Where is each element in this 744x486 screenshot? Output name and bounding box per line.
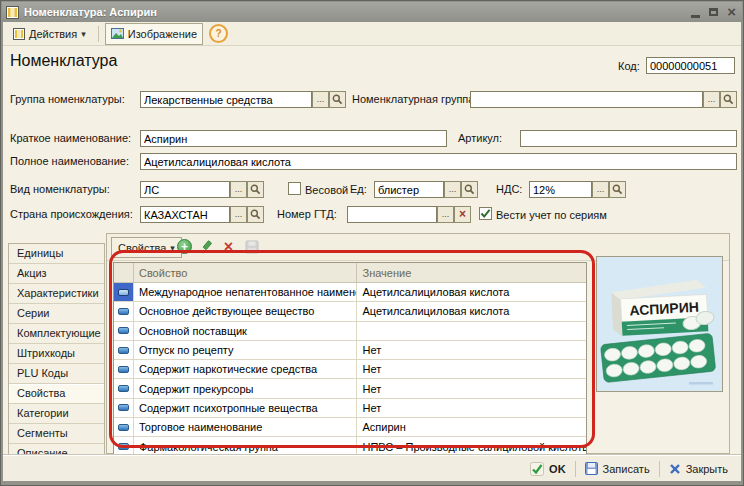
value-cell[interactable]: Аспирин (357, 418, 586, 436)
table-row[interactable]: Содержит наркотические средства Нет (114, 360, 586, 379)
close-button[interactable]: Закрыть (664, 461, 733, 477)
gtd-clear-icon[interactable]: × (454, 206, 471, 223)
help-icon[interactable]: ? (209, 24, 228, 43)
property-cell[interactable]: Торговое наименование (134, 418, 358, 436)
column-header-property[interactable]: Свойство (134, 263, 358, 282)
value-cell[interactable]: НПВС – Производные салициловой кислоты (357, 437, 586, 455)
close-window-icon[interactable]: × (727, 6, 736, 18)
product-image[interactable]: АСПИРИН (596, 256, 723, 392)
value-cell[interactable]: Нет (357, 360, 586, 378)
delete-row-icon[interactable]: × (220, 238, 237, 255)
vat-lookup-button[interactable] (609, 181, 626, 198)
kind-browse-button[interactable]: ... (230, 181, 247, 198)
property-cell[interactable]: Фармакологическая группа (134, 437, 358, 455)
value-cell[interactable]: Ацетилсалициловая кислота (357, 283, 586, 301)
vat-field[interactable] (529, 181, 592, 198)
value-cell[interactable]: Нет (357, 399, 586, 417)
group-browse-button[interactable]: ... (312, 91, 329, 108)
page-title: Номенклатура (10, 52, 117, 70)
add-row-icon[interactable]: + (177, 239, 192, 254)
row-marker-icon (114, 360, 134, 378)
value-cell[interactable]: Ацетилсалициловая кислота (357, 302, 586, 320)
table-row[interactable]: Фармакологическая группа НПВС – Производ… (114, 437, 586, 455)
article-field[interactable] (520, 130, 737, 147)
country-browse-button[interactable]: ... (230, 206, 247, 223)
value-cell[interactable] (357, 322, 586, 340)
weight-checkbox[interactable] (288, 182, 301, 195)
tab-characteristics[interactable]: Характеристики (9, 284, 104, 304)
property-cell[interactable]: Содержит прекурсоры (134, 379, 358, 397)
property-cell[interactable]: Основной поставщик (134, 322, 358, 340)
weight-label: Весовой (305, 184, 348, 196)
table-row[interactable]: Отпуск по рецепту Нет (114, 341, 586, 360)
property-cell[interactable]: Основное действующее вещество (134, 302, 358, 320)
country-lookup-button[interactable] (247, 206, 264, 223)
table-row[interactable]: Содержит психотропные вещества Нет (114, 399, 586, 418)
magnifier-icon (250, 184, 261, 195)
nom-group-label: Номенклатурная группа: (352, 93, 478, 105)
gtd-label: Номер ГТД: (277, 208, 337, 220)
property-cell[interactable]: Отпуск по рецепту (134, 341, 358, 359)
actions-grid-icon (13, 28, 25, 40)
group-field[interactable] (140, 91, 312, 108)
table-row[interactable]: Содержит прекурсоры Нет (114, 379, 586, 398)
tab-series[interactable]: Серии (9, 304, 104, 324)
short-name-field[interactable] (140, 130, 447, 147)
magnifier-icon (250, 209, 261, 220)
floppy-icon (585, 462, 598, 475)
kind-lookup-button[interactable] (247, 181, 264, 198)
nom-group-browse-button[interactable]: ... (703, 91, 720, 108)
tab-segments[interactable]: Сегменты (9, 424, 104, 444)
close-x-icon (669, 463, 681, 475)
image-button[interactable]: Изображение (105, 23, 203, 45)
unit-browse-button[interactable]: ... (444, 181, 461, 198)
country-field[interactable] (140, 206, 230, 223)
titlebar[interactable]: Номенклатура: Аспирин × (2, 2, 742, 22)
icon-column-header[interactable] (114, 263, 134, 282)
unit-field[interactable] (374, 181, 444, 198)
property-cell[interactable]: Международное непатентованное наимено... (134, 283, 358, 301)
properties-dropdown-button[interactable]: Свойства ▾ (111, 237, 182, 258)
code-field[interactable] (646, 57, 735, 74)
property-cell[interactable]: Содержит психотропные вещества (134, 399, 358, 417)
group-lookup-button[interactable] (329, 91, 346, 108)
value-cell[interactable]: Нет (357, 379, 586, 397)
tab-barcodes[interactable]: Штрихкоды (9, 344, 104, 364)
property-cell[interactable]: Содержит наркотические средства (134, 360, 358, 378)
kind-field[interactable] (140, 181, 230, 198)
table-row[interactable]: Основной поставщик (114, 322, 586, 341)
tab-plu-codes[interactable]: PLU Коды (9, 364, 104, 384)
nom-group-field[interactable] (470, 91, 703, 108)
row-marker-icon (114, 437, 134, 455)
short-name-label: Краткое наименование: (10, 132, 131, 144)
magnifier-icon (464, 184, 475, 195)
tab-excise[interactable]: Акциз (9, 264, 104, 284)
tab-categories[interactable]: Категории (9, 404, 104, 424)
footer-bar: OK Записать Закрыть (3, 455, 741, 481)
ok-check-icon (530, 462, 544, 476)
save-button[interactable]: Записать (580, 460, 655, 477)
ok-button[interactable]: OK (525, 460, 571, 478)
image-label: Изображение (128, 28, 197, 40)
tab-properties[interactable]: Свойства (9, 384, 104, 404)
nom-group-lookup-button[interactable] (720, 91, 737, 108)
gtd-browse-button[interactable]: ... (437, 206, 454, 223)
properties-dropdown-label: Свойства (118, 242, 166, 254)
full-name-field[interactable] (140, 153, 737, 170)
unit-lookup-button[interactable] (461, 181, 478, 198)
table-row[interactable]: Основное действующее вещество Ацетилсали… (114, 302, 586, 321)
vat-browse-button[interactable]: ... (592, 181, 609, 198)
actions-button[interactable]: Действия ▾ (7, 23, 92, 45)
column-header-value[interactable]: Значение (357, 263, 586, 282)
table-row[interactable]: Международное непатентованное наимено...… (114, 283, 586, 302)
gtd-field[interactable] (347, 206, 437, 223)
series-label: Вести учет по сериям (496, 209, 607, 221)
maximize-icon[interactable] (709, 8, 718, 16)
value-cell[interactable]: Нет (357, 341, 586, 359)
edit-row-icon[interactable] (199, 238, 216, 255)
series-checkbox[interactable] (479, 207, 492, 220)
table-row[interactable]: Торговое наименование Аспирин (114, 418, 586, 437)
minimize-icon[interactable] (691, 15, 700, 18)
tab-components[interactable]: Комплектующие (9, 324, 104, 344)
tab-units[interactable]: Единицы (9, 244, 104, 264)
